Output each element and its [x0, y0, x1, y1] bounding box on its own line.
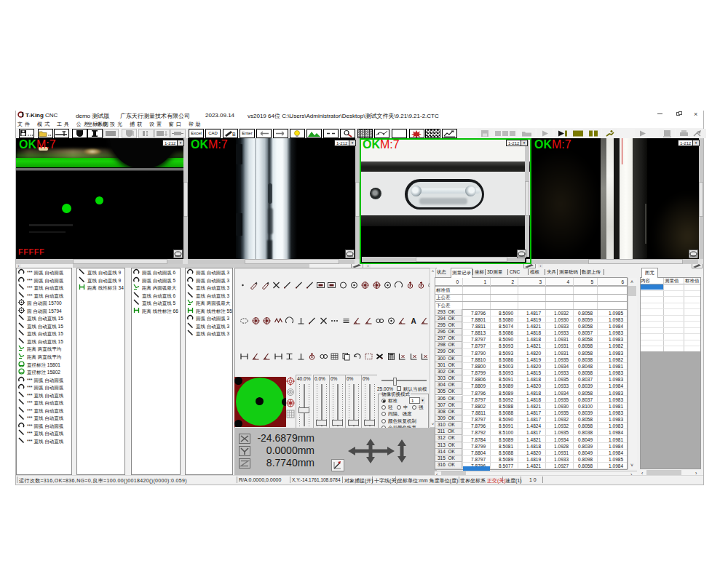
svg-text:B: B	[232, 132, 236, 137]
